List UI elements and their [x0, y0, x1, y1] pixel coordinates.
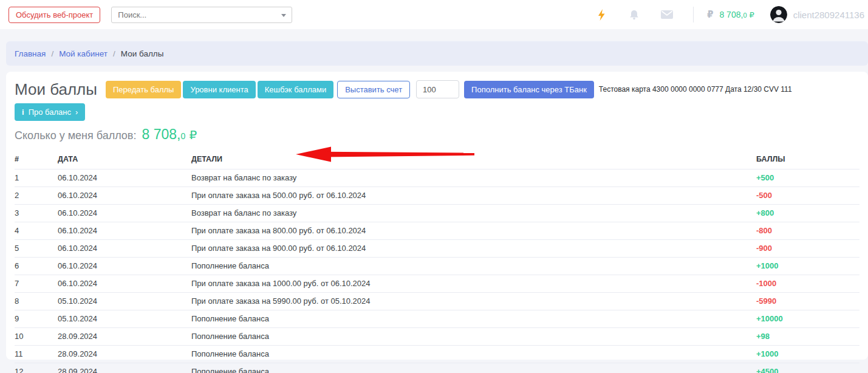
- row-date: 06.10.2024: [58, 187, 191, 205]
- avatar[interactable]: [770, 6, 787, 23]
- cashback-button[interactable]: Кешбэк баллами: [258, 81, 333, 98]
- info-icon: i: [22, 108, 24, 117]
- row-num: 3: [15, 205, 58, 222]
- row-details: Пополнение баланса: [191, 258, 756, 275]
- chevron-right-icon: ›: [75, 108, 78, 117]
- row-num: 2: [15, 187, 58, 205]
- row-date: 05.10.2024: [58, 293, 191, 310]
- page-title: Мои баллы: [15, 81, 97, 98]
- row-points: -900: [756, 240, 859, 258]
- row-details: При оплате заказа на 5990.00 руб. от 05.…: [191, 293, 756, 310]
- table-row: 8 05.10.2024 При оплате заказа на 5990.0…: [15, 293, 859, 310]
- row-num: 9: [15, 310, 58, 328]
- header-details: ДЕТАЛИ: [191, 151, 756, 169]
- row-date: 06.10.2024: [58, 240, 191, 258]
- table-row: 10 28.09.2024 Пополнение баланса +98: [15, 328, 859, 346]
- row-num: 5: [15, 240, 58, 258]
- row-date: 06.10.2024: [58, 222, 191, 240]
- row-num: 6: [15, 258, 58, 275]
- row-date: 28.09.2024: [58, 346, 191, 363]
- topbar-divider: [693, 7, 694, 22]
- about-balance-label: Про баланс: [29, 108, 71, 117]
- row-points: +1000: [756, 258, 859, 275]
- table-row: 7 06.10.2024 При оплате заказа на 1000.0…: [15, 275, 859, 293]
- header-points: БАЛЛЫ: [756, 151, 859, 169]
- breadcrumb-separator: /: [51, 49, 53, 58]
- topup-amount-input[interactable]: [416, 80, 459, 98]
- row-details: Пополнение баланса: [191, 328, 756, 346]
- row-date: 06.10.2024: [58, 275, 191, 293]
- table-header-row: # ДАТА ДЕТАЛИ БАЛЛЫ: [15, 151, 859, 169]
- row-date: 06.10.2024: [58, 205, 191, 222]
- row-date: 06.10.2024: [58, 258, 191, 275]
- breadcrumb: Главная / Мой кабинет / Мои баллы: [6, 41, 868, 66]
- bell-icon[interactable]: [627, 8, 641, 21]
- balance-line: Сколько у меня баллов: 8 708,0 ₽: [15, 126, 859, 143]
- test-card-note: Тестовая карта 4300 0000 0000 0777 Дата …: [599, 85, 792, 94]
- ruble-icon: ₽: [707, 9, 713, 20]
- row-details: Пополнение баланса: [191, 363, 756, 373]
- table-row: 1 06.10.2024 Возврат на баланс по заказу…: [15, 169, 859, 187]
- row-points: +98: [756, 328, 859, 346]
- row-num: 10: [15, 328, 58, 346]
- row-points: -500: [756, 187, 859, 205]
- header-num: #: [15, 151, 58, 169]
- about-balance-button[interactable]: i Про баланс ›: [15, 103, 85, 121]
- create-invoice-button[interactable]: Выставить счет: [337, 81, 410, 98]
- table-row: 12 28.09.2024 Пополнение баланса +4500: [15, 363, 859, 373]
- topbar-right-group: ₽ 8 708,0 ₽ client2809241136: [595, 6, 868, 23]
- discuss-web-project-button[interactable]: Обсудить веб-проект: [9, 7, 100, 23]
- search-select[interactable]: [111, 7, 292, 23]
- table-row: 4 06.10.2024 При оплате заказа на 800.00…: [15, 222, 859, 240]
- table-row: 11 28.09.2024 Пополнение баланса +1000: [15, 346, 859, 363]
- card-header: Мои баллы Передать баллы Уровни клиента …: [15, 72, 859, 98]
- table-row: 2 06.10.2024 При оплате заказа на 500.00…: [15, 187, 859, 205]
- row-points: -5990: [756, 293, 859, 310]
- topup-tbank-button[interactable]: Пополнить баланс через ТБанк: [464, 81, 594, 98]
- breadcrumb-current: Мои баллы: [121, 49, 164, 58]
- row-points: +1000: [756, 346, 859, 363]
- table-row: 6 06.10.2024 Пополнение баланса +1000: [15, 258, 859, 275]
- client-levels-button[interactable]: Уровни клиента: [183, 81, 255, 98]
- row-details: При оплате заказа на 900.00 руб. от 06.1…: [191, 240, 756, 258]
- username[interactable]: client2809241136: [793, 10, 864, 20]
- chevron-down-icon: [281, 14, 286, 17]
- lightning-icon[interactable]: [595, 8, 608, 21]
- top-bar: Обсудить веб-проект ₽ 8 708,0 ₽: [0, 0, 868, 29]
- balance-label: Сколько у меня баллов:: [15, 129, 136, 142]
- search-input[interactable]: [112, 7, 292, 22]
- row-points: +500: [756, 169, 859, 187]
- row-details: Пополнение баланса: [191, 310, 756, 328]
- row-date: 06.10.2024: [58, 169, 191, 187]
- balance-value: 8 708,0 ₽: [142, 126, 197, 142]
- row-num: 1: [15, 169, 58, 187]
- topbar-balance[interactable]: 8 708,0 ₽: [719, 10, 754, 19]
- row-points: -1000: [756, 275, 859, 293]
- my-points-card: Мои баллы Передать баллы Уровни клиента …: [6, 72, 868, 360]
- row-num: 8: [15, 293, 58, 310]
- row-num: 11: [15, 346, 58, 363]
- row-points: -800: [756, 222, 859, 240]
- row-date: 05.10.2024: [58, 310, 191, 328]
- table-row: 5 06.10.2024 При оплате заказа на 900.00…: [15, 240, 859, 258]
- transfer-points-button[interactable]: Передать баллы: [106, 81, 182, 98]
- points-table: # ДАТА ДЕТАЛИ БАЛЛЫ 1 06.10.2024 Возврат…: [15, 151, 859, 373]
- row-points: +800: [756, 205, 859, 222]
- envelope-icon[interactable]: [660, 8, 674, 21]
- header-date: ДАТА: [58, 151, 191, 169]
- row-points: +4500: [756, 363, 859, 373]
- breadcrumb-home-link[interactable]: Главная: [15, 49, 46, 58]
- row-details: При оплате заказа на 800.00 руб. от 06.1…: [191, 222, 756, 240]
- row-details: Возврат на баланс по заказу: [191, 205, 756, 222]
- row-date: 28.09.2024: [58, 363, 191, 373]
- row-points: +10000: [756, 310, 859, 328]
- table-row: 9 05.10.2024 Пополнение баланса +10000: [15, 310, 859, 328]
- table-row: 3 06.10.2024 Возврат на баланс по заказу…: [15, 205, 859, 222]
- row-num: 12: [15, 363, 58, 373]
- row-details: При оплате заказа на 1000.00 руб. от 06.…: [191, 275, 756, 293]
- row-details: Пополнение баланса: [191, 346, 756, 363]
- row-num: 7: [15, 275, 58, 293]
- breadcrumb-cabinet-link[interactable]: Мой кабинет: [59, 49, 108, 58]
- row-details: При оплате заказа на 500.00 руб. от 06.1…: [191, 187, 756, 205]
- breadcrumb-separator: /: [113, 49, 115, 58]
